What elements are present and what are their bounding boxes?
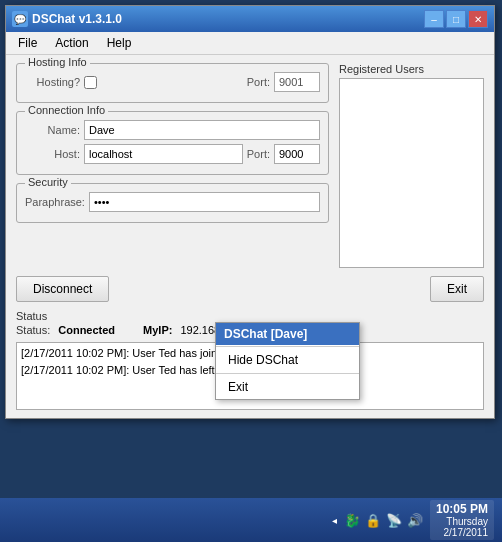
clock-day: Thursday (446, 516, 488, 527)
status-value: Connected (58, 324, 115, 336)
status-row: Status (16, 310, 484, 322)
connection-info-group: Connection Info Name: Host: Port: (16, 111, 329, 175)
tray-icon-4: 🔊 (406, 511, 424, 529)
host-row: Host: Port: (25, 144, 320, 164)
context-menu-exit[interactable]: Exit (216, 375, 359, 399)
connection-info-label: Connection Info (25, 104, 108, 116)
status-label: Status: (16, 324, 50, 336)
hosting-info-label: Hosting Info (25, 56, 90, 68)
menubar: File Action Help (6, 32, 494, 55)
security-group: Security Paraphrase: (16, 183, 329, 223)
main-content: Hosting Info Hosting? Port: Connection I… (6, 55, 494, 276)
paraphrase-row: Paraphrase: (25, 192, 320, 212)
exit-button[interactable]: Exit (430, 276, 484, 302)
registered-users-box (339, 78, 484, 268)
menu-file[interactable]: File (10, 34, 45, 52)
myip-label: MyIP: (143, 324, 172, 336)
hosting-checkbox[interactable] (84, 76, 97, 89)
hosting-info-group: Hosting Info Hosting? Port: (16, 63, 329, 103)
maximize-button[interactable]: □ (446, 10, 466, 28)
context-menu: DSChat [Dave] Hide DSChat Exit (215, 322, 360, 400)
paraphrase-input[interactable] (89, 192, 320, 212)
clock-date: 2/17/2011 (444, 527, 489, 538)
name-label: Name: (25, 124, 80, 136)
tray-icon-2: 🔒 (364, 511, 382, 529)
clock-time: 10:05 PM (436, 502, 488, 516)
hosting-checkbox-label: Hosting? (25, 76, 80, 88)
minimize-button[interactable]: – (424, 10, 444, 28)
left-panel: Hosting Info Hosting? Port: Connection I… (16, 63, 329, 268)
taskbar-right: ◂ 🐉 🔒 📡 🔊 10:05 PM Thursday 2/17/2011 (332, 500, 494, 540)
disconnect-button[interactable]: Disconnect (16, 276, 109, 302)
context-menu-header: DSChat [Dave] (216, 323, 359, 345)
connection-port-label: Port: (247, 148, 270, 160)
status-section-label: Status (16, 310, 47, 322)
hosting-row: Hosting? Port: (25, 72, 320, 92)
app-icon: 💬 (12, 11, 28, 27)
close-button[interactable]: ✕ (468, 10, 488, 28)
host-input[interactable] (84, 144, 243, 164)
menu-help[interactable]: Help (99, 34, 140, 52)
taskbar: ◂ 🐉 🔒 📡 🔊 10:05 PM Thursday 2/17/2011 (0, 498, 502, 542)
connection-port-input[interactable] (274, 144, 320, 164)
security-label: Security (25, 176, 71, 188)
taskbar-expand-arrow[interactable]: ◂ (332, 515, 337, 526)
taskbar-clock[interactable]: 10:05 PM Thursday 2/17/2011 (430, 500, 494, 540)
window-title: DSChat v1.3.1.0 (32, 12, 122, 26)
titlebar-left: 💬 DSChat v1.3.1.0 (12, 11, 122, 27)
name-row: Name: (25, 120, 320, 140)
context-menu-separator-2 (216, 373, 359, 374)
button-row: Disconnect Exit (6, 276, 494, 310)
paraphrase-label: Paraphrase: (25, 196, 85, 208)
titlebar-controls: – □ ✕ (424, 10, 488, 28)
tray-icons: 🐉 🔒 📡 🔊 (343, 511, 424, 529)
host-label: Host: (25, 148, 80, 160)
titlebar: 💬 DSChat v1.3.1.0 – □ ✕ (6, 6, 494, 32)
right-panel: Registered Users (339, 63, 484, 268)
registered-users-label: Registered Users (339, 63, 484, 75)
name-input[interactable] (84, 120, 320, 140)
tray-icon-1: 🐉 (343, 511, 361, 529)
tray-icon-3: 📡 (385, 511, 403, 529)
hosting-port-input[interactable] (274, 72, 320, 92)
hosting-port-label: Port: (247, 76, 270, 88)
menu-action[interactable]: Action (47, 34, 96, 52)
context-menu-hide[interactable]: Hide DSChat (216, 348, 359, 372)
context-menu-separator-1 (216, 346, 359, 347)
